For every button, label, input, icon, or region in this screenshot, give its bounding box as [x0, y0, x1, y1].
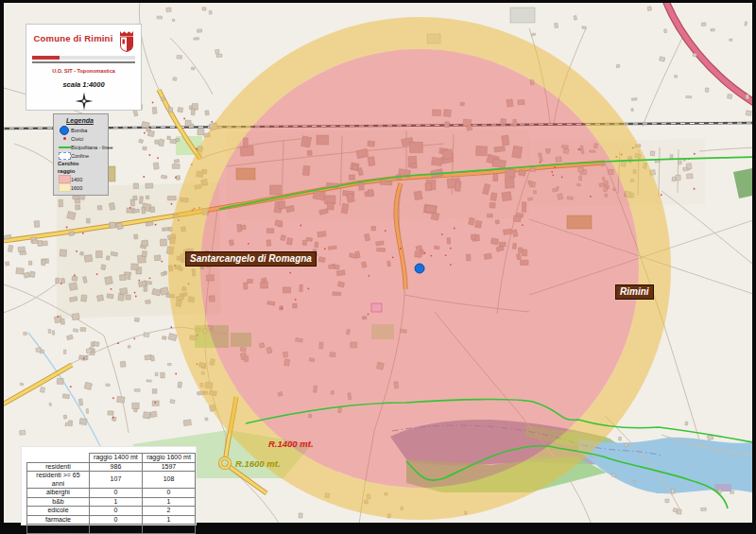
table-row: residenti9861597 — [27, 462, 196, 472]
radius-1600-swatch — [59, 183, 71, 192]
table-row: locali14 — [27, 525, 196, 534]
statistics-table: raggio 1400 mtraggio 1600 mtresidenti986… — [26, 453, 196, 534]
map-title: Comune di Rimini — [30, 33, 116, 43]
town-label-santarcangelo: Santarcangelo di Romagna — [185, 251, 317, 267]
legend-item-confine: Confine — [58, 151, 108, 160]
table-cell: 0 — [89, 489, 142, 498]
table-cell: 2 — [142, 507, 195, 516]
table-row: farmacie01 — [27, 515, 196, 525]
boundary-dashed-rect-icon — [59, 152, 71, 160]
table-header-cell: raggio 1600 mt — [142, 454, 195, 463]
legend-item-1400: 1400 — [58, 175, 108, 183]
table-cell: 1597 — [142, 462, 195, 472]
legend-item-bicipolitana: Bicipolitana - linee — [58, 143, 108, 151]
table-row-label: b&b — [27, 497, 90, 507]
table-cell: 1 — [89, 497, 142, 507]
legend-item-civici: Civici — [58, 134, 108, 143]
table-row-label: locali — [27, 525, 90, 534]
town-label-rimini: Rimini — [615, 284, 654, 300]
table-cell: 1 — [142, 515, 195, 525]
table-cell: 107 — [89, 472, 142, 489]
table-cell: 986 — [89, 462, 142, 472]
map-sheet: Comune di Rimini U.O. SIT - Toponomastic… — [0, 0, 756, 534]
table-row-label: edicole — [27, 507, 90, 516]
legend-section-raggio: raggio — [58, 167, 108, 175]
table-cell: 0 — [89, 507, 142, 516]
table-cell: 0 — [142, 489, 195, 498]
statistics-panel: raggio 1400 mtraggio 1600 mtresidenti986… — [21, 446, 197, 525]
legend-item-bomba: Bomba — [58, 126, 108, 134]
table-row-label: residenti >= 65 anni — [27, 472, 90, 489]
table-cell: 1 — [89, 525, 142, 534]
table-row-label: residenti — [27, 462, 90, 472]
table-cell: 0 — [89, 515, 142, 525]
compass-rose-icon — [75, 92, 94, 111]
table-cell: 1 — [142, 497, 195, 507]
radius-1400-swatch — [59, 175, 71, 183]
table-row-label: alberghi — [27, 489, 90, 498]
table-row: alberghi00 — [27, 489, 196, 498]
scale-label: scala 1:4000 — [26, 80, 141, 89]
bomb-point-icon — [60, 126, 69, 135]
table-row: b&b11 — [27, 497, 196, 507]
table-row-label: farmacie — [27, 515, 90, 525]
legend-item-1600: 1600 — [58, 183, 108, 192]
radius-1600-label: R.1600 mt. — [235, 458, 281, 469]
radius-1400-label: R.1400 mt. — [268, 439, 314, 449]
title-block: Comune di Rimini U.O. SIT - Toponomastic… — [26, 24, 142, 111]
department-label: U.O. SIT - Toponomastica — [26, 68, 141, 74]
title-divider-line — [32, 61, 135, 63]
table-row: residenti >= 65 anni107108 — [27, 472, 196, 489]
table-header-cell: raggio 1400 mt — [89, 454, 142, 463]
legend-panel: Legenda Bomba Civici Bicipolitana - line… — [53, 113, 109, 196]
civic-number-dot-icon — [63, 137, 66, 140]
bicipolitana-line-icon — [59, 146, 71, 148]
legend-section-cerchio: Cerchio — [58, 160, 108, 167]
bomb-marker — [415, 264, 424, 273]
table-cell: 4 — [142, 525, 195, 534]
table-blank-cell — [27, 454, 90, 463]
table-cell: 108 — [142, 472, 195, 489]
table-row: edicole02 — [27, 507, 196, 516]
rimini-coat-of-arms-icon — [117, 30, 136, 53]
legend-title: Legenda — [58, 117, 102, 124]
table-header-row: raggio 1400 mtraggio 1600 mt — [27, 454, 196, 463]
title-divider-bar — [32, 56, 135, 60]
